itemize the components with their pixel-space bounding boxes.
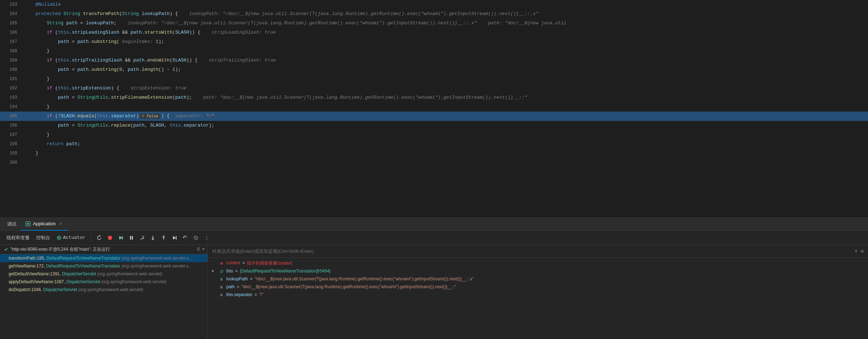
code-line-193: 193 path = StringUtils.stripFilenameExte… — [0, 93, 868, 102]
var-name: this — [226, 269, 233, 274]
line-content: } — [21, 74, 49, 84]
thread-filter-bar: ✔ "http-nio-8080-exec-5"@5,244 在组"main":… — [0, 245, 207, 254]
toolbar-left: 线程和变量 控制台 Actuator — [4, 234, 211, 242]
line-content: } — [21, 130, 49, 139]
resume-btn[interactable] — [116, 234, 125, 242]
line-content: } — [21, 149, 38, 158]
variable-item-3: ≡path = "doc/__${new java.util.Scanner(T… — [208, 283, 868, 291]
step-out-btn[interactable] — [159, 234, 168, 242]
stop-btn[interactable] — [106, 234, 114, 242]
svg-point-3 — [58, 237, 60, 239]
var-str-icon: ≡ — [218, 284, 224, 290]
line-number: 200 — [0, 158, 21, 167]
line-number: 187 — [0, 37, 21, 46]
var-value: {DefaultRequestToViewNameTranslator@5494… — [240, 269, 331, 274]
line-number: 194 — [0, 102, 21, 112]
var-name: context — [226, 260, 240, 265]
var-value: "/doc/__${new java.util.Scanner(T(java.l… — [255, 276, 474, 281]
stack-frames: transformPath:195, DefaultRequestToViewN… — [0, 254, 207, 294]
line-number: 199 — [0, 149, 21, 158]
right-panel: + ⚙ ⊗context = 找不到局部变量'context'⊙this = {… — [208, 245, 868, 339]
var-eq: = — [242, 260, 245, 265]
var-obj-icon: ⊙ — [218, 269, 224, 274]
inline-hint: stripTrailingSlash: true — [198, 58, 276, 63]
run-to-cursor-btn[interactable] — [170, 234, 179, 242]
settings-icon[interactable]: ⚙ — [861, 248, 864, 254]
var-eq: = — [255, 292, 257, 297]
svg-line-15 — [194, 236, 197, 239]
line-content: path = StringUtils.stripFilenameExtensio… — [21, 93, 527, 102]
line-content: } — [21, 102, 49, 112]
variable-item-4: ≡this.separator = "/" — [208, 291, 868, 299]
var-no-expand — [212, 260, 216, 264]
var-expand-icon[interactable] — [212, 269, 216, 272]
var-name: this.separator — [226, 292, 252, 297]
reset-frames-btn[interactable] — [181, 234, 189, 242]
var-no-expand — [212, 284, 216, 288]
filter-icon[interactable]: ⚲ — [197, 246, 200, 252]
stack-frame-4[interactable]: doDispatch:1046, DispatcherServlet (org.… — [0, 286, 207, 294]
code-line-192: 192 if (this.stripExtension) { stripExte… — [0, 84, 868, 93]
code-line-190: 190 path = path.substring(0, path.length… — [0, 65, 868, 74]
stack-frame-1[interactable]: getViewName:172, DefaultRequestToViewNam… — [0, 262, 207, 270]
code-line-185: 185 String path = lookupPath; lookupPath… — [0, 19, 868, 28]
application-tab[interactable]: Application × — [21, 218, 68, 231]
stack-frame-0[interactable]: transformPath:195, DefaultRequestToViewN… — [0, 254, 207, 262]
line-content: return path; — [21, 139, 80, 149]
debug-label: 调试 — [3, 221, 21, 227]
svg-rect-7 — [132, 236, 133, 240]
code-line-191: 191 } — [0, 74, 868, 84]
actuator-btn[interactable]: Actuator — [54, 234, 87, 242]
pause-btn[interactable] — [127, 234, 136, 242]
code-line-189: 189 if (this.stripTrailingSlash && path.… — [0, 56, 868, 65]
more-btn[interactable]: ⋮ — [202, 234, 211, 242]
line-number: 185 — [0, 19, 21, 28]
mute-icon — [193, 235, 199, 241]
stack-frame-3[interactable]: applyDefaultViewName:1087, DispatcherSer… — [0, 278, 207, 286]
line-content: path = path.substring(0, path.length() -… — [21, 65, 181, 74]
line-number: 189 — [0, 56, 21, 65]
line-number: 191 — [0, 74, 21, 84]
code-line-197: 197 } — [0, 130, 868, 139]
variable-item-0: ⊗context = 找不到局部变量'context' — [208, 259, 868, 267]
console-label[interactable]: 控制台 — [34, 235, 52, 241]
code-line-188: 188 } — [0, 46, 868, 56]
step-over-btn[interactable] — [138, 234, 146, 242]
line-number: 196 — [0, 121, 21, 130]
step-into-btn[interactable] — [149, 234, 157, 242]
expression-input[interactable] — [212, 249, 852, 254]
line-number: 198 — [0, 139, 21, 149]
var-value: "/" — [259, 292, 264, 297]
inline-hint: stripExtension: true — [119, 85, 186, 91]
stack-frame-2[interactable]: getDefaultViewName:1391, DispatcherServl… — [0, 270, 207, 278]
inline-hint: stripLeadingSlash: true — [201, 30, 276, 35]
resume-icon — [118, 235, 124, 241]
code-line-194: 194 } — [0, 102, 868, 112]
var-eq: = — [250, 276, 252, 281]
line-content: if (this.stripLeadingSlash && path.start… — [21, 28, 276, 37]
line-number: 183 — [0, 0, 21, 9]
line-number: 184 — [0, 9, 21, 19]
line-number: 195 — [0, 112, 21, 121]
add-watch-icon[interactable]: + — [854, 248, 858, 255]
thread-controls: ⚲ ▼ — [197, 246, 204, 252]
actuator-label: Actuator — [63, 235, 85, 240]
line-number: 193 — [0, 93, 21, 102]
tab-bar: 调试 Application × — [0, 218, 868, 231]
run-to-cursor-icon — [172, 235, 177, 241]
svg-rect-4 — [108, 236, 112, 240]
thread-running-item[interactable]: ✔ "http-nio-8080-exec-5"@5,244 在组"main":… — [3, 246, 197, 253]
application-tab-close[interactable]: × — [58, 221, 64, 227]
threads-label[interactable]: 线程和变量 — [4, 235, 32, 241]
application-tab-icon — [25, 221, 31, 227]
inline-hint: path: "doc/__${new java.util.Scanner(T(j… — [192, 95, 527, 100]
code-line-200: 200 — [0, 158, 868, 167]
line-content: String path = lookupPath; lookupPath: "/… — [21, 19, 566, 28]
collapse-icon[interactable]: ▼ — [202, 247, 204, 251]
inline-hint: lookupPath: "/doc/__${new java.util.Scan… — [178, 11, 538, 16]
var-error-icon: ⊗ — [218, 260, 224, 266]
restart-btn[interactable] — [95, 234, 103, 242]
code-editor: 183 @Nullable184 protected String transf… — [0, 0, 868, 217]
stop-icon — [107, 235, 113, 241]
mute-btn[interactable] — [192, 234, 200, 242]
